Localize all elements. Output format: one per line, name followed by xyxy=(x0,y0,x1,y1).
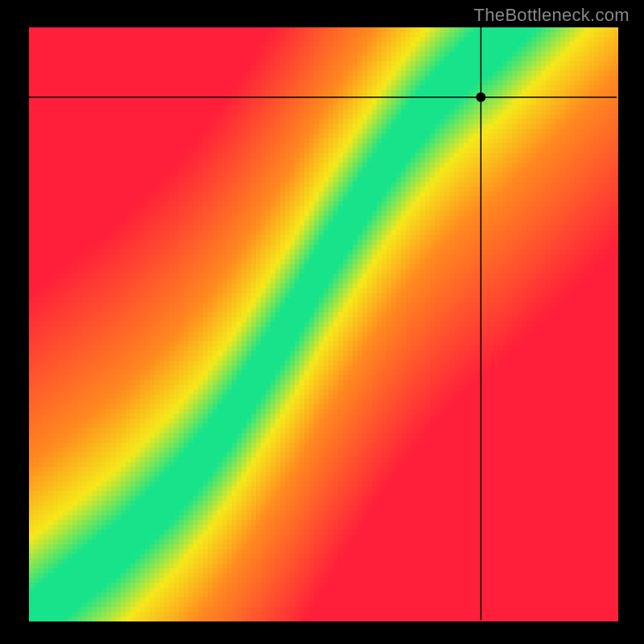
attribution-label: TheBottleneck.com xyxy=(474,5,630,26)
bottleneck-heatmap xyxy=(0,0,644,644)
chart-container: TheBottleneck.com xyxy=(0,0,644,644)
